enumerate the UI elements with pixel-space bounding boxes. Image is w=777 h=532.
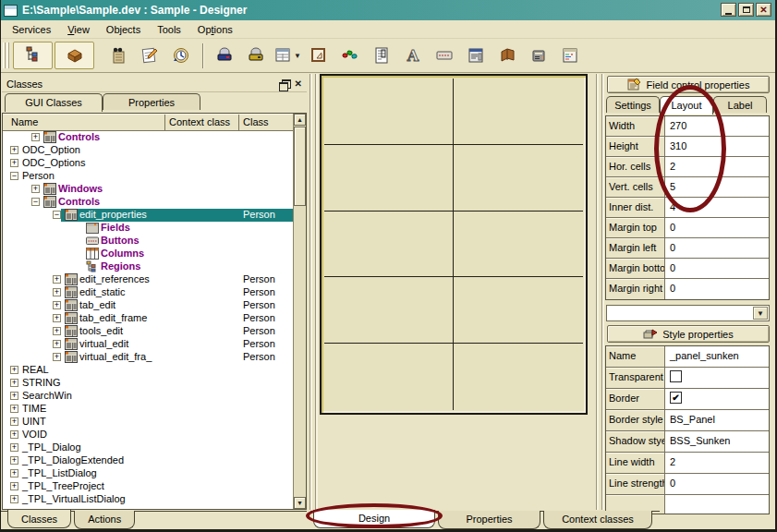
hierarchy-toolbar-button[interactable] (13, 42, 53, 69)
tree-row-tab-edit-frame[interactable]: +tab_edit_framePerson (3, 312, 293, 325)
right-splitter[interactable] (596, 74, 604, 510)
tree-row-controls[interactable]: −Controls (3, 196, 293, 209)
maximize-button[interactable] (738, 3, 754, 17)
toolbar-grip[interactable] (3, 42, 10, 68)
expand-icon[interactable]: + (53, 301, 61, 309)
canvas-cell[interactable] (324, 277, 454, 344)
edit-document-toolbar-button[interactable] (134, 42, 165, 69)
tree-row-tools-edit[interactable]: +tools_editPerson (3, 325, 293, 338)
book-toolbar-button[interactable] (492, 42, 523, 69)
expand-icon[interactable]: + (10, 159, 18, 167)
canvas-cell[interactable] (454, 212, 583, 278)
column-header-context-class[interactable]: Context class (165, 114, 239, 130)
menu-tools[interactable]: Tools (149, 22, 189, 37)
tab-classes[interactable]: Classes (7, 510, 71, 528)
property-value[interactable]: 0 (665, 218, 769, 237)
style-combobox[interactable]: ▼ (606, 305, 770, 321)
code-window-toolbar-button[interactable] (554, 42, 586, 69)
expand-icon[interactable]: + (10, 146, 18, 154)
property-value[interactable]: 310 (665, 137, 769, 156)
canvas-cell[interactable] (324, 344, 454, 410)
tab-label[interactable]: Label (713, 96, 767, 113)
property-value[interactable] (665, 368, 769, 388)
property-value[interactable]: 270 (665, 116, 769, 136)
expand-icon[interactable]: + (10, 417, 18, 426)
collapse-icon[interactable]: − (53, 211, 61, 219)
tab-context-classes[interactable]: Context classes (543, 511, 652, 529)
tree-row-tpl-dialogextended[interactable]: +_TPL_DialogExtended (3, 454, 293, 467)
expand-icon[interactable]: + (10, 405, 18, 413)
design-canvas[interactable] (320, 74, 588, 415)
property-value[interactable] (665, 495, 769, 514)
property-value[interactable]: BSS_Sunken (665, 431, 769, 452)
canvas-cell[interactable] (454, 79, 583, 145)
expand-icon[interactable]: + (10, 392, 18, 400)
tree-row-tpl-dialog[interactable]: +_TPL_Dialog (3, 441, 293, 454)
tab-gui-classes[interactable]: GUI Classes (5, 93, 103, 112)
scroll-up-icon[interactable]: ▲ (294, 114, 306, 126)
expand-icon[interactable]: + (10, 495, 18, 503)
field-control-properties-button[interactable]: Field control properties (607, 76, 770, 93)
tree-row-searchwin[interactable]: +SearchWin (3, 390, 293, 403)
menu-view[interactable]: View (59, 22, 98, 37)
property-value[interactable]: 0 (665, 238, 769, 258)
minimize-button[interactable] (721, 3, 736, 17)
property-value[interactable]: 0 (665, 279, 769, 299)
menu-objects[interactable]: Objects (98, 22, 149, 37)
font-toolbar-button[interactable]: A (397, 42, 429, 69)
border-checkbox[interactable]: ✔ (670, 392, 682, 404)
float-window-icon[interactable] (279, 79, 289, 89)
expand-icon[interactable]: + (53, 288, 61, 296)
tree-row-tpl-virtuallistdialog[interactable]: +_TPL_VirtualListDialog (3, 493, 293, 506)
printer-blue-toolbar-button[interactable] (209, 42, 240, 69)
combobox-dropdown-icon[interactable]: ▼ (753, 307, 768, 320)
app-icon[interactable] (4, 5, 18, 17)
menu-services[interactable]: Services (4, 22, 59, 37)
tree-row-fields[interactable]: Fields (3, 222, 293, 235)
expand-icon[interactable]: + (10, 482, 18, 490)
expand-icon[interactable]: + (10, 456, 18, 465)
expand-icon[interactable]: + (10, 379, 18, 387)
property-value[interactable]: BS_Panel (665, 410, 769, 430)
expand-icon[interactable]: + (53, 327, 61, 335)
property-value[interactable]: 2 (665, 453, 769, 473)
canvas-cell[interactable] (454, 145, 583, 212)
package-toolbar-button[interactable] (55, 42, 94, 69)
expand-icon[interactable]: + (31, 185, 40, 193)
property-value[interactable]: 5 (665, 177, 769, 197)
window-list-toolbar-button[interactable] (460, 42, 492, 69)
property-value[interactable]: 0 (665, 474, 769, 494)
tree-row-tab-edit[interactable]: +tab_editPerson (3, 299, 293, 312)
tree-row-edit-references[interactable]: +edit_referencesPerson (3, 273, 293, 286)
style-properties-button[interactable]: Style properties (607, 325, 770, 343)
tree-row-edit-static[interactable]: +edit_staticPerson (3, 286, 293, 299)
tree-row-buttons[interactable]: Buttons (3, 235, 293, 248)
property-value[interactable]: _panel_sunken (665, 346, 769, 367)
column-header-name[interactable]: Name (3, 114, 165, 130)
collapse-icon[interactable]: − (31, 198, 40, 206)
left-splitter[interactable] (310, 74, 318, 510)
expand-icon[interactable]: + (31, 133, 40, 141)
tree-row-odc-option[interactable]: +ODC_Option (3, 144, 293, 157)
printer-yellow-toolbar-button[interactable] (240, 42, 272, 69)
property-value[interactable]: ✔ (665, 389, 769, 409)
tree-row-windows[interactable]: +Windows (3, 183, 293, 196)
tree-row-columns[interactable]: Columns (3, 248, 293, 260)
tree-row-controls[interactable]: +Controls (3, 131, 293, 144)
expand-icon[interactable]: + (10, 430, 18, 439)
tree-row-string[interactable]: +STRING (3, 377, 293, 390)
tree-scrollbar[interactable]: ▲ ▼ (293, 114, 306, 509)
expand-icon[interactable]: + (53, 275, 61, 284)
scroll-down-icon[interactable]: ▼ (294, 497, 306, 509)
device-toolbar-button[interactable] (523, 42, 554, 69)
canvas-cell[interactable] (324, 145, 454, 212)
report-toolbar-button[interactable] (366, 42, 397, 69)
tree-row-virtual-edit-fra[interactable]: +virtual_edit_fra_Person (3, 351, 293, 364)
tree-row-time[interactable]: +TIME (3, 403, 293, 416)
tab-settings[interactable]: Settings (606, 96, 660, 113)
tab-properties[interactable]: Properties (103, 93, 200, 110)
scrollbar-thumb[interactable] (294, 127, 306, 206)
expand-icon[interactable]: + (10, 366, 18, 374)
panel-close-icon[interactable]: ✕ (295, 79, 302, 89)
form-grid-toolbar-button[interactable]: ▼ (272, 42, 303, 69)
